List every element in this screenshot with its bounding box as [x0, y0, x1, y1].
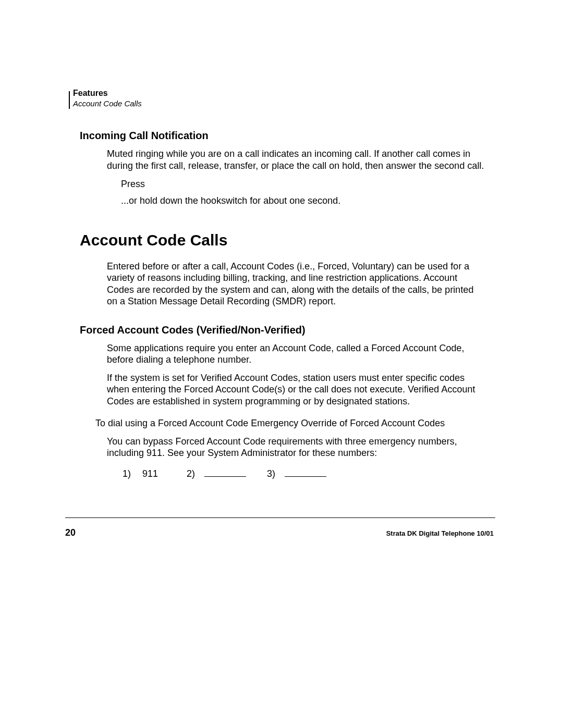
footer-page-number: 20: [65, 527, 76, 538]
footer-rule: [65, 517, 495, 518]
body-text: To dial using a Forced Account Code Emer…: [95, 417, 485, 429]
header-section-label: Features: [73, 89, 493, 98]
blank-fill-line: [204, 476, 246, 477]
body-text: If the system is set for Verified Accoun…: [107, 372, 485, 408]
subsection-title-incoming: Incoming Call Notification: [80, 130, 493, 142]
emergency-label: 3): [267, 468, 275, 479]
body-text: Muted ringing while you are on a call in…: [107, 148, 485, 171]
header-topic-label: Account Code Calls: [73, 99, 493, 108]
page-content: Features Account Code Calls Incoming Cal…: [70, 89, 493, 479]
emergency-value: 911: [142, 468, 158, 479]
body-text: Press: [121, 178, 485, 190]
blank-fill-line: [285, 476, 326, 477]
emergency-item-2: 2): [187, 468, 267, 479]
body-text: Entered before or after a call, Account …: [107, 261, 485, 307]
body-text: ...or hold down the hookswitch for about…: [121, 194, 485, 207]
emergency-label: 1): [123, 468, 131, 479]
section-title-account: Account Code Calls: [80, 231, 493, 249]
body-text: Some applications require you enter an A…: [107, 342, 485, 366]
change-bar: [69, 91, 70, 109]
emergency-label: 2): [187, 468, 195, 479]
footer-doc-title: Strata DK Digital Telephone 10/01: [386, 529, 494, 537]
emergency-numbers-line: 1) 911 2) 3): [123, 468, 493, 479]
running-header: Features Account Code Calls: [70, 89, 493, 108]
emergency-item-3: 3): [267, 468, 347, 479]
emergency-item-1: 1) 911: [123, 468, 187, 479]
body-text: You can bypass Forced Account Code requi…: [107, 436, 485, 459]
subsection-title-forced: Forced Account Codes (Verified/Non-Verif…: [80, 324, 493, 336]
